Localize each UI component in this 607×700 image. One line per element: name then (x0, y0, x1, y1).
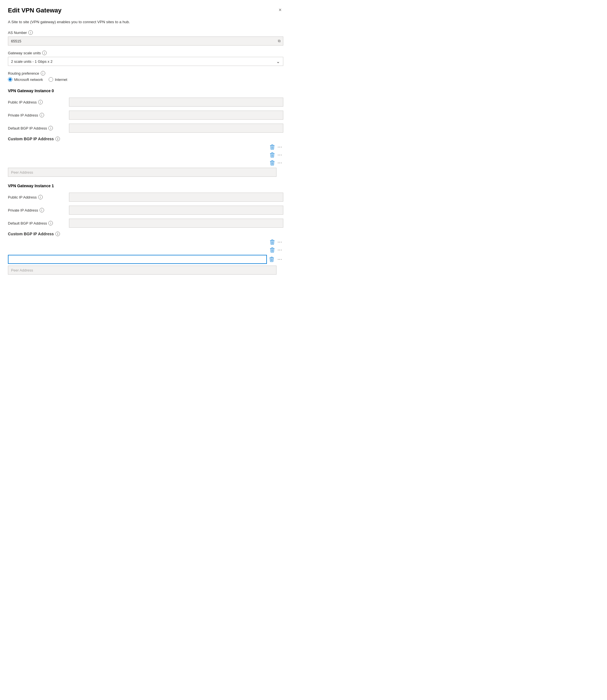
instance1-bgp-row2-more-button[interactable]: ··· (276, 247, 283, 253)
edit-vpn-gateway-dialog: Edit VPN Gateway × A Site to site (VPN g… (0, 0, 291, 339)
gateway-scale-units-select[interactable]: 1 scale unit - 500 Mbps x 2 2 scale unit… (8, 57, 283, 66)
trash-icon (269, 257, 274, 262)
instance0-private-ip-row: Private IP Address i (8, 110, 283, 120)
instance0-public-ip-row: Public IP Address i (8, 98, 283, 107)
copy-icon: ⧉ (278, 39, 280, 43)
trash-icon (270, 145, 275, 150)
instance0-public-ip-label: Public IP Address i (8, 100, 64, 104)
instance1-custom-bgp-info-icon[interactable]: i (56, 232, 60, 236)
instance0-bgp-row-3: ··· (8, 160, 283, 166)
gateway-scale-units-field-group: Gateway scale units i 1 scale unit - 500… (8, 50, 283, 66)
instance1-custom-bgp-label: Custom BGP IP Address i (8, 232, 283, 236)
vpn-gateway-instance-1: VPN Gateway Instance 1 Public IP Address… (8, 184, 283, 275)
vpn-gateway-instance-0: VPN Gateway Instance 0 Public IP Address… (8, 88, 283, 177)
instance1-default-bgp-info-icon[interactable]: i (48, 221, 53, 225)
instance0-bgp-row1-trash-button[interactable] (269, 144, 275, 150)
routing-preference-label: Routing preference i (8, 71, 283, 76)
routing-preference-internet-radio[interactable] (49, 77, 53, 82)
routing-preference-microsoft-label[interactable]: Microsoft network (8, 77, 43, 82)
trash-icon (270, 247, 275, 252)
instance0-default-bgp-input[interactable] (69, 124, 283, 132)
as-number-field-group: AS Number i ⧉ (8, 30, 283, 45)
instance1-default-bgp-row: Default BGP IP Address i (8, 219, 283, 228)
instance0-bgp-row2-more-button[interactable]: ··· (276, 152, 283, 158)
instance1-bgp-row2-trash-button[interactable] (269, 247, 275, 253)
instance1-public-ip-input[interactable] (69, 192, 283, 202)
instance1-bgp-row1-trash-button[interactable] (269, 239, 275, 245)
as-number-input-wrapper: ⧉ (8, 37, 283, 45)
instance0-default-bgp-label: Default BGP IP Address i (8, 126, 64, 130)
instance0-custom-bgp-label: Custom BGP IP Address i (8, 137, 283, 141)
instance0-peer-address-wrapper (8, 168, 283, 177)
routing-preference-microsoft-radio[interactable] (8, 77, 13, 82)
routing-preference-info-icon[interactable]: i (41, 71, 45, 76)
instance0-bgp-row-2: ··· (8, 152, 283, 158)
instance0-public-ip-input[interactable] (69, 98, 283, 107)
instance1-bgp-row-2: ··· (8, 247, 283, 253)
instance0-private-ip-input[interactable] (69, 110, 283, 120)
instance0-bgp-row-1: ··· (8, 144, 283, 150)
instance0-bgp-row3-trash-button[interactable] (269, 160, 275, 166)
instance1-default-bgp-label: Default BGP IP Address i (8, 221, 64, 225)
instance1-private-ip-input[interactable] (69, 206, 283, 215)
instance0-bgp-row2-trash-button[interactable] (269, 152, 275, 158)
routing-preference-field-group: Routing preference i Microsoft network I… (8, 71, 283, 82)
instance1-private-ip-label: Private IP Address i (8, 208, 64, 212)
dialog-title: Edit VPN Gateway (8, 7, 62, 14)
instance0-default-bgp-row: Default BGP IP Address i (8, 124, 283, 132)
trash-icon (270, 160, 275, 165)
instance0-bgp-row1-more-button[interactable]: ··· (276, 144, 283, 150)
instance0-default-bgp-info-icon[interactable]: i (48, 126, 53, 130)
instance1-private-ip-row: Private IP Address i (8, 206, 283, 215)
instance0-peer-address-input[interactable] (8, 168, 276, 177)
routing-preference-radio-group: Microsoft network Internet (8, 77, 283, 82)
gateway-scale-units-label: Gateway scale units i (8, 50, 283, 55)
instance1-default-bgp-input[interactable] (69, 219, 283, 228)
close-button[interactable]: × (277, 7, 283, 13)
trash-icon (270, 152, 275, 158)
instance1-peer-address-wrapper (8, 266, 283, 275)
instance1-public-ip-info-icon[interactable]: i (38, 195, 43, 199)
instance1-bgp-row1-more-button[interactable]: ··· (276, 239, 283, 245)
gateway-scale-units-info-icon[interactable]: i (42, 50, 47, 55)
routing-preference-internet-text: Internet (55, 78, 67, 82)
instance1-public-ip-label: Public IP Address i (8, 195, 64, 199)
routing-preference-internet-label[interactable]: Internet (49, 77, 67, 82)
instance0-bgp-row3-more-button[interactable]: ··· (276, 160, 283, 166)
instance0-public-ip-info-icon[interactable]: i (38, 100, 43, 104)
instance0-custom-bgp-section: Custom BGP IP Address i ··· (8, 137, 283, 177)
instance1-bgp-row-1: ··· (8, 239, 283, 245)
instance0-private-ip-label: Private IP Address i (8, 113, 64, 117)
instance1-bgp-active-input[interactable] (8, 255, 267, 264)
dialog-description: A Site to site (VPN gateway) enables you… (8, 20, 283, 24)
instance1-bgp-active-more-button[interactable]: ··· (276, 256, 283, 263)
trash-icon (270, 240, 275, 245)
instance0-private-ip-info-icon[interactable]: i (40, 113, 44, 117)
instance1-bgp-active-row: ··· (8, 255, 283, 264)
as-number-label: AS Number i (8, 30, 283, 35)
as-number-input[interactable] (8, 37, 283, 45)
instance-1-heading: VPN Gateway Instance 1 (8, 184, 283, 188)
instance1-public-ip-row: Public IP Address i (8, 192, 283, 202)
routing-preference-microsoft-text: Microsoft network (14, 78, 43, 82)
dialog-header: Edit VPN Gateway × (8, 7, 283, 14)
as-number-copy-button[interactable]: ⧉ (276, 37, 283, 45)
instance0-custom-bgp-info-icon[interactable]: i (56, 137, 60, 141)
instance1-private-ip-info-icon[interactable]: i (40, 208, 44, 212)
gateway-scale-units-select-wrapper: 1 scale unit - 500 Mbps x 2 2 scale unit… (8, 57, 283, 66)
instance-0-heading: VPN Gateway Instance 0 (8, 88, 283, 93)
instance1-bgp-active-trash-button[interactable] (269, 256, 275, 263)
as-number-info-icon[interactable]: i (28, 30, 33, 35)
instance1-peer-address-input[interactable] (8, 266, 276, 275)
instance1-custom-bgp-section: Custom BGP IP Address i ··· (8, 232, 283, 275)
